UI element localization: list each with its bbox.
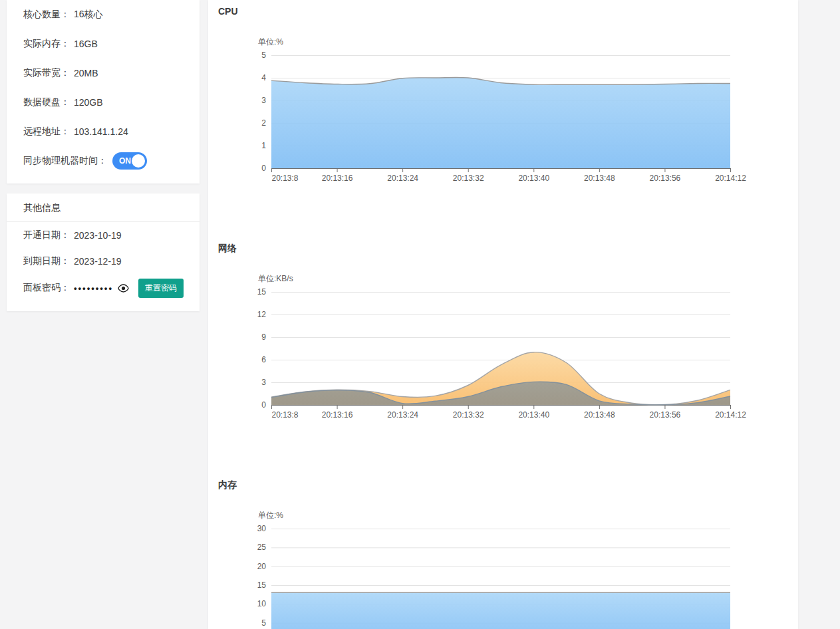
y-axis-label: 30 <box>234 523 266 534</box>
other-info-card: 其他信息 开通日期： 2023-10-19 到期日期： 2023-12-19 面… <box>7 193 200 311</box>
info-row-expire-date: 到期日期： 2023-12-19 <box>7 248 200 274</box>
info-row-open-date: 开通日期： 2023-10-19 <box>7 222 200 248</box>
cpu-chart-block: 单位:% 54321020:13:820:13:1620:13:2420:13:… <box>258 37 798 189</box>
cpu-chart-title: CPU <box>218 0 798 17</box>
x-axis-label: 20:13:40 <box>518 174 549 183</box>
y-axis-label: 0 <box>234 400 266 410</box>
info-value: 2023-10-19 <box>74 230 122 241</box>
x-axis-label: 20:13:16 <box>322 410 353 420</box>
network-chart-title: 网络 <box>218 243 798 254</box>
x-axis-label: 20:13:8 <box>272 174 299 183</box>
memory-chart-section: 内存 单位:% 30252015105020:13:820:13:1620:13… <box>208 479 798 629</box>
y-axis-label: 15 <box>234 287 266 297</box>
x-axis-label: 20:13:24 <box>387 174 418 183</box>
x-axis-label: 20:13:8 <box>272 410 299 420</box>
spec-value: 103.141.1.24 <box>74 126 128 137</box>
info-label: 开通日期： <box>23 229 70 241</box>
monitoring-panel: CPU 单位:% 54321020:13:820:13:1620:13:2420… <box>208 0 798 629</box>
x-axis-label: 20:13:56 <box>650 174 681 183</box>
y-axis-label: 0 <box>234 163 266 174</box>
spec-label: 实际内存： <box>23 38 70 50</box>
server-specs-card: 核心数量： 16核心 实际内存： 16GB 实际带宽： 20MB 数据硬盘： 1… <box>7 0 200 184</box>
y-axis-label: 20 <box>234 561 266 572</box>
spec-value: 20MB <box>74 68 98 78</box>
spec-label: 远程地址： <box>23 126 70 138</box>
x-axis-label: 20:13:32 <box>453 410 484 420</box>
x-axis-label: 20:13:48 <box>584 174 615 183</box>
x-axis-label: 20:13:56 <box>650 410 681 420</box>
password-label: 面板密码： <box>23 282 70 294</box>
chart-plot <box>271 529 732 629</box>
y-axis-label: 4 <box>234 72 266 83</box>
memory-chart-title: 内存 <box>218 479 798 491</box>
sidebar: 核心数量： 16核心 实际内存： 16GB 实际带宽： 20MB 数据硬盘： 1… <box>7 0 200 311</box>
info-value: 2023-12-19 <box>74 256 122 267</box>
y-axis-label: 5 <box>234 50 266 61</box>
spec-label: 数据硬盘： <box>23 96 70 108</box>
cpu-unit-label: 单位:% <box>258 37 798 47</box>
spec-row-memory: 实际内存： 16GB <box>7 29 200 59</box>
memory-chart: 30252015105020:13:820:13:1620:13:2420:13… <box>258 529 730 629</box>
network-chart-section: 网络 单位:KB/s 1512963020:13:820:13:1620:13:… <box>208 243 798 426</box>
eye-icon[interactable] <box>118 284 129 293</box>
y-axis-label: 25 <box>234 542 266 553</box>
toggle-knob <box>132 154 145 168</box>
y-axis-label: 5 <box>234 618 266 628</box>
y-axis-label: 15 <box>234 580 266 590</box>
spec-value: 16核心 <box>74 9 103 21</box>
masked-password: ••••••••• <box>74 283 113 293</box>
network-unit-label: 单位:KB/s <box>258 274 798 284</box>
spec-row-bandwidth: 实际带宽： 20MB <box>7 59 200 88</box>
cpu-chart-section: CPU 单位:% 54321020:13:820:13:1620:13:2420… <box>208 0 798 189</box>
network-chart: 1512963020:13:820:13:1620:13:2420:13:322… <box>258 292 730 426</box>
spec-value: 16GB <box>74 39 98 49</box>
memory-chart-block: 单位:% 30252015105020:13:820:13:1620:13:24… <box>258 511 798 629</box>
chart-plot <box>271 292 732 410</box>
spec-row-remote-address: 远程地址： 103.141.1.24 <box>7 117 200 146</box>
sync-time-toggle[interactable]: ON <box>112 152 147 170</box>
other-info-title: 其他信息 <box>7 193 200 222</box>
toggle-on-label: ON <box>119 156 131 166</box>
spec-label: 实际带宽： <box>23 67 70 79</box>
x-axis-label: 20:13:32 <box>453 174 484 183</box>
reset-password-button[interactable]: 重置密码 <box>138 279 184 298</box>
info-label: 到期日期： <box>23 255 70 267</box>
network-chart-block: 单位:KB/s 1512963020:13:820:13:1620:13:242… <box>258 274 798 426</box>
y-axis-label: 3 <box>234 95 266 106</box>
y-axis-label: 1 <box>234 140 266 151</box>
sync-time-label: 同步物理机器时间： <box>23 155 107 167</box>
y-axis-label: 2 <box>234 118 266 128</box>
y-axis-label: 6 <box>234 354 266 365</box>
spec-value: 120GB <box>74 97 103 108</box>
spec-row-disk: 数据硬盘： 120GB <box>7 88 200 117</box>
x-axis-label: 20:13:24 <box>387 410 418 420</box>
info-row-panel-password: 面板密码： ••••••••• 重置密码 <box>7 274 200 302</box>
chart-plot <box>271 55 732 174</box>
x-axis-label: 20:14:12 <box>715 410 746 420</box>
spec-label: 核心数量： <box>23 9 70 21</box>
spec-row-sync-time: 同步物理机器时间： ON <box>7 146 200 176</box>
y-axis-label: 10 <box>234 598 266 609</box>
x-axis-label: 20:14:12 <box>715 174 746 183</box>
app-root: 核心数量： 16核心 实际内存： 16GB 实际带宽： 20MB 数据硬盘： 1… <box>0 0 840 629</box>
x-axis-label: 20:13:16 <box>322 174 353 183</box>
spec-row-cores: 核心数量： 16核心 <box>7 0 200 29</box>
x-axis-label: 20:13:48 <box>584 410 615 420</box>
y-axis-label: 9 <box>234 332 266 342</box>
cpu-chart: 54321020:13:820:13:1620:13:2420:13:3220:… <box>258 55 730 189</box>
memory-unit-label: 单位:% <box>258 511 798 521</box>
x-axis-label: 20:13:40 <box>518 410 549 420</box>
y-axis-label: 12 <box>234 309 266 320</box>
y-axis-label: 3 <box>234 377 266 388</box>
